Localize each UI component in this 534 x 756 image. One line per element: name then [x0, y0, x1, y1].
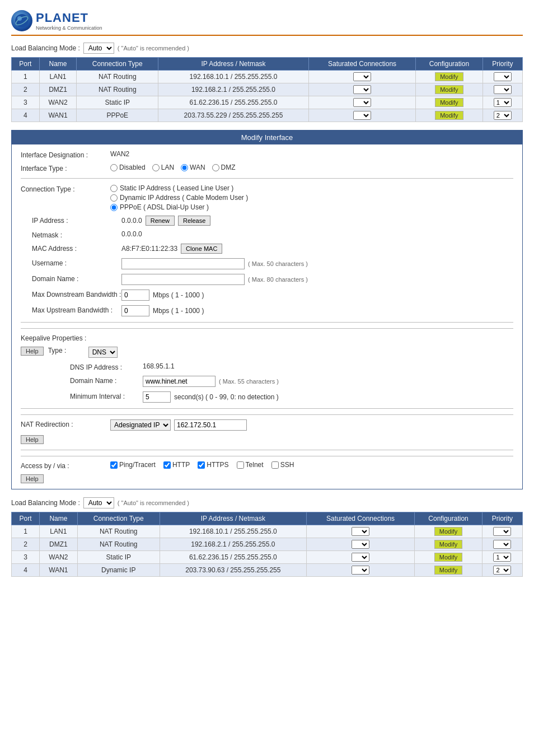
- cell-priority[interactable]: 1: [483, 96, 522, 109]
- cell-saturated[interactable]: [308, 109, 415, 122]
- priority-select[interactable]: 1: [494, 98, 512, 107]
- conn-type-static[interactable]: Static IP Address ( Leased Line User ): [110, 184, 248, 192]
- radio-lan[interactable]: [152, 164, 160, 171]
- priority-select[interactable]: 1: [493, 553, 511, 562]
- access-https[interactable]: HTTPS: [198, 461, 228, 469]
- modify-button[interactable]: Modify: [434, 540, 462, 549]
- cell-name: WAN2: [39, 96, 77, 109]
- radio-pppoe[interactable]: [110, 204, 118, 211]
- interface-type-wan[interactable]: WAN: [181, 164, 205, 171]
- sat-select[interactable]: [352, 553, 369, 562]
- conn-type-dynamic[interactable]: Dynamic IP Address ( Cable Modem User ): [110, 194, 248, 202]
- radio-disabled[interactable]: [110, 164, 118, 171]
- priority-select[interactable]: [493, 527, 511, 536]
- cell-priority[interactable]: 1: [482, 551, 522, 564]
- modify-button[interactable]: Modify: [434, 553, 462, 562]
- checkbox-ssh[interactable]: [271, 461, 279, 469]
- release-button[interactable]: Release: [178, 216, 210, 226]
- cell-config[interactable]: Modify: [415, 538, 483, 551]
- modify-button[interactable]: Modify: [435, 111, 463, 120]
- cell-config[interactable]: Modify: [415, 551, 483, 564]
- cell-name: LAN1: [40, 525, 78, 538]
- sat-select[interactable]: [353, 85, 371, 94]
- access-label: Access by / via :: [21, 461, 110, 470]
- interface-type-dmz[interactable]: DMZ: [212, 164, 236, 171]
- username-input[interactable]: [121, 258, 245, 269]
- radio-dynamic-ip[interactable]: [110, 194, 118, 202]
- nat-ip-input[interactable]: [174, 419, 247, 431]
- nat-help-button[interactable]: Help: [21, 435, 44, 444]
- access-help-button[interactable]: Help: [21, 474, 44, 483]
- checkbox-http[interactable]: [163, 461, 171, 469]
- sat-select[interactable]: [352, 527, 369, 536]
- keepalive-type-select-wrap[interactable]: DNS: [88, 347, 118, 358]
- conn-type-pppoe[interactable]: PPPoE ( ADSL Dial-Up User ): [110, 203, 248, 211]
- keepalive-help-button[interactable]: Help: [21, 347, 44, 356]
- cell-saturated[interactable]: [308, 83, 415, 96]
- radio-static-ip[interactable]: [110, 185, 118, 192]
- cell-saturated[interactable]: [306, 564, 414, 577]
- access-ping[interactable]: Ping/Tracert: [110, 461, 156, 469]
- access-telnet[interactable]: Telnet: [237, 461, 264, 469]
- sat-select[interactable]: [353, 98, 371, 107]
- modify-button[interactable]: Modify: [435, 72, 463, 81]
- cell-priority[interactable]: [482, 538, 522, 551]
- dns-ip-label: DNS IP Address :: [70, 362, 143, 371]
- priority-select[interactable]: 2: [493, 566, 511, 575]
- cell-saturated[interactable]: [306, 525, 414, 538]
- interface-type-disabled[interactable]: Disabled: [110, 164, 146, 171]
- upstream-row: Max Upstream Bandwidth : Mbps ( 1 - 1000…: [21, 305, 513, 316]
- cell-saturated[interactable]: [308, 71, 415, 83]
- cell-priority[interactable]: [483, 71, 522, 83]
- cell-priority[interactable]: 2: [483, 109, 522, 122]
- cell-config[interactable]: Modify: [416, 83, 483, 96]
- cell-priority[interactable]: [483, 83, 522, 96]
- cell-config[interactable]: Modify: [415, 525, 483, 538]
- radio-dmz[interactable]: [212, 164, 219, 171]
- label-ssh: SSH: [280, 461, 294, 469]
- cell-saturated[interactable]: [308, 96, 415, 109]
- sat-select[interactable]: [352, 566, 369, 575]
- modify-button[interactable]: Modify: [434, 527, 462, 536]
- interface-type-lan[interactable]: LAN: [152, 164, 174, 171]
- cell-config[interactable]: Modify: [416, 109, 483, 122]
- modify-button[interactable]: Modify: [435, 98, 463, 107]
- cell-config[interactable]: Modify: [416, 71, 483, 83]
- keepalive-type-select[interactable]: DNS: [88, 347, 118, 358]
- renew-button[interactable]: Renew: [146, 216, 175, 226]
- cell-config[interactable]: Modify: [416, 96, 483, 109]
- upstream-field-row: Mbps ( 1 - 1000 ): [121, 305, 204, 316]
- cell-priority[interactable]: [482, 525, 522, 538]
- cell-ip: 192.168.2.1 / 255.255.255.0: [158, 83, 309, 96]
- sat-select[interactable]: [352, 540, 369, 549]
- sat-select[interactable]: [353, 111, 371, 120]
- domain-name-row: Domain Name : ( Max. 80 characters ): [21, 274, 513, 285]
- cell-saturated[interactable]: [306, 538, 414, 551]
- clone-mac-button[interactable]: Clone MAC: [181, 244, 222, 254]
- upstream-input[interactable]: [121, 305, 149, 316]
- downstream-input[interactable]: [121, 290, 149, 301]
- checkbox-ping[interactable]: [110, 461, 118, 469]
- checkbox-https[interactable]: [198, 461, 205, 469]
- priority-select[interactable]: 2: [494, 111, 512, 120]
- priority-select[interactable]: [494, 72, 512, 81]
- cell-config[interactable]: Modify: [415, 564, 483, 577]
- radio-wan[interactable]: [181, 164, 188, 171]
- priority-select[interactable]: [494, 85, 512, 94]
- sat-select[interactable]: [353, 72, 371, 81]
- access-ssh[interactable]: SSH: [271, 461, 294, 469]
- cell-saturated[interactable]: [306, 551, 414, 564]
- label-http: HTTP: [172, 461, 190, 469]
- min-interval-input[interactable]: [143, 391, 171, 403]
- modify-button[interactable]: Modify: [435, 85, 463, 94]
- checkbox-telnet[interactable]: [237, 461, 244, 469]
- domain-input[interactable]: [121, 274, 245, 285]
- cell-priority[interactable]: 2: [482, 564, 522, 577]
- modify-button[interactable]: Modify: [434, 566, 462, 575]
- bottom-lb-select[interactable]: Auto: [83, 497, 114, 508]
- keepalive-domain-input[interactable]: [143, 376, 216, 387]
- access-http[interactable]: HTTP: [163, 461, 190, 469]
- priority-select[interactable]: [493, 540, 511, 549]
- nat-type-select[interactable]: Adesignated IP: [110, 419, 171, 431]
- top-lb-select[interactable]: Auto: [83, 43, 114, 54]
